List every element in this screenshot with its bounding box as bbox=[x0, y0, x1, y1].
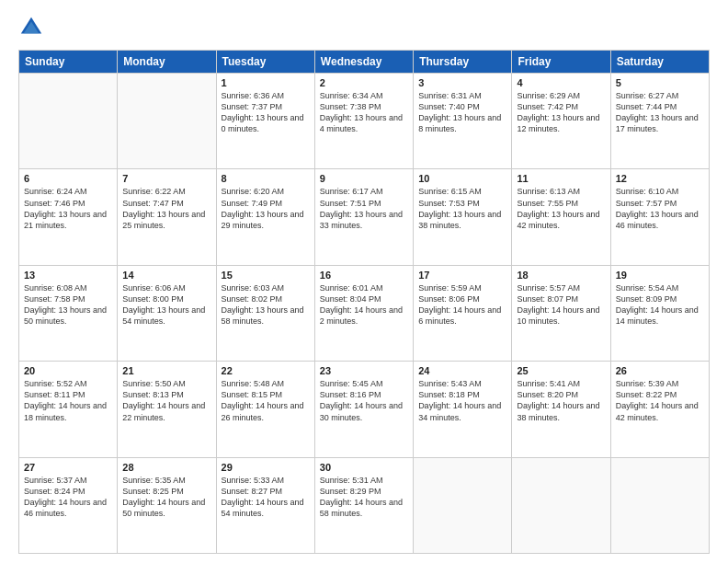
day-info: Sunrise: 5:33 AM Sunset: 8:27 PM Dayligh… bbox=[222, 475, 310, 520]
day-info: Sunrise: 6:24 AM Sunset: 7:46 PM Dayligh… bbox=[24, 186, 112, 231]
day-info: Sunrise: 6:36 AM Sunset: 7:37 PM Dayligh… bbox=[222, 90, 310, 135]
calendar-cell: 4Sunrise: 6:29 AM Sunset: 7:42 PM Daylig… bbox=[512, 74, 610, 169]
page: SundayMondayTuesdayWednesdayThursdayFrid… bbox=[0, 0, 728, 563]
day-info: Sunrise: 5:48 AM Sunset: 8:15 PM Dayligh… bbox=[222, 378, 310, 423]
calendar-cell: 17Sunrise: 5:59 AM Sunset: 8:06 PM Dayli… bbox=[414, 265, 512, 361]
calendar-cell: 22Sunrise: 5:48 AM Sunset: 8:15 PM Dayli… bbox=[216, 362, 314, 457]
calendar-cell: 25Sunrise: 5:41 AM Sunset: 8:20 PM Dayli… bbox=[512, 362, 610, 457]
day-number: 25 bbox=[517, 365, 605, 376]
calendar-cell bbox=[610, 457, 709, 553]
calendar-cell: 8Sunrise: 6:20 AM Sunset: 7:49 PM Daylig… bbox=[216, 169, 314, 265]
weekday-header-monday: Monday bbox=[118, 51, 216, 74]
calendar-cell: 15Sunrise: 6:03 AM Sunset: 8:02 PM Dayli… bbox=[216, 265, 314, 361]
weekday-header-saturday: Saturday bbox=[610, 51, 709, 74]
calendar-cell: 16Sunrise: 6:01 AM Sunset: 8:04 PM Dayli… bbox=[314, 265, 413, 361]
day-info: Sunrise: 6:10 AM Sunset: 7:57 PM Dayligh… bbox=[616, 186, 704, 231]
calendar-cell: 18Sunrise: 5:57 AM Sunset: 8:07 PM Dayli… bbox=[512, 265, 610, 361]
day-number: 28 bbox=[122, 462, 210, 473]
day-info: Sunrise: 6:08 AM Sunset: 7:58 PM Dayligh… bbox=[24, 282, 112, 327]
day-number: 21 bbox=[122, 365, 210, 376]
day-info: Sunrise: 6:17 AM Sunset: 7:51 PM Dayligh… bbox=[320, 186, 408, 231]
day-info: Sunrise: 6:29 AM Sunset: 7:42 PM Dayligh… bbox=[517, 90, 605, 135]
calendar-week-1: 1Sunrise: 6:36 AM Sunset: 7:37 PM Daylig… bbox=[19, 74, 710, 169]
calendar-cell: 11Sunrise: 6:13 AM Sunset: 7:55 PM Dayli… bbox=[512, 169, 610, 265]
day-number: 7 bbox=[122, 173, 210, 184]
day-number: 29 bbox=[222, 462, 310, 473]
day-number: 20 bbox=[24, 365, 112, 376]
weekday-header-sunday: Sunday bbox=[19, 51, 118, 74]
day-info: Sunrise: 6:20 AM Sunset: 7:49 PM Dayligh… bbox=[222, 186, 310, 231]
day-number: 27 bbox=[24, 462, 112, 473]
day-info: Sunrise: 5:57 AM Sunset: 8:07 PM Dayligh… bbox=[517, 282, 605, 327]
day-info: Sunrise: 5:41 AM Sunset: 8:20 PM Dayligh… bbox=[517, 378, 605, 423]
calendar-cell: 13Sunrise: 6:08 AM Sunset: 7:58 PM Dayli… bbox=[19, 265, 118, 361]
calendar-cell: 10Sunrise: 6:15 AM Sunset: 7:53 PM Dayli… bbox=[414, 169, 512, 265]
calendar-cell bbox=[19, 74, 118, 169]
day-number: 17 bbox=[418, 270, 506, 281]
calendar-week-2: 6Sunrise: 6:24 AM Sunset: 7:46 PM Daylig… bbox=[19, 169, 710, 265]
day-number: 26 bbox=[616, 365, 704, 376]
weekday-header-wednesday: Wednesday bbox=[314, 51, 413, 74]
day-info: Sunrise: 6:15 AM Sunset: 7:53 PM Dayligh… bbox=[418, 186, 506, 231]
calendar-cell: 7Sunrise: 6:22 AM Sunset: 7:47 PM Daylig… bbox=[118, 169, 216, 265]
day-info: Sunrise: 5:35 AM Sunset: 8:25 PM Dayligh… bbox=[122, 475, 210, 520]
calendar-cell: 3Sunrise: 6:31 AM Sunset: 7:40 PM Daylig… bbox=[414, 74, 512, 169]
calendar-cell: 2Sunrise: 6:34 AM Sunset: 7:38 PM Daylig… bbox=[314, 74, 413, 169]
day-number: 6 bbox=[24, 173, 112, 184]
calendar-cell: 28Sunrise: 5:35 AM Sunset: 8:25 PM Dayli… bbox=[118, 457, 216, 553]
day-info: Sunrise: 6:01 AM Sunset: 8:04 PM Dayligh… bbox=[320, 282, 408, 327]
calendar-week-4: 20Sunrise: 5:52 AM Sunset: 8:11 PM Dayli… bbox=[19, 362, 710, 457]
calendar-week-3: 13Sunrise: 6:08 AM Sunset: 7:58 PM Dayli… bbox=[19, 265, 710, 361]
calendar-cell: 12Sunrise: 6:10 AM Sunset: 7:57 PM Dayli… bbox=[610, 169, 709, 265]
day-info: Sunrise: 5:43 AM Sunset: 8:18 PM Dayligh… bbox=[418, 378, 506, 423]
day-info: Sunrise: 6:06 AM Sunset: 8:00 PM Dayligh… bbox=[122, 282, 210, 327]
day-number: 8 bbox=[222, 173, 310, 184]
calendar-cell: 26Sunrise: 5:39 AM Sunset: 8:22 PM Dayli… bbox=[610, 362, 709, 457]
calendar-cell bbox=[414, 457, 512, 553]
day-number: 24 bbox=[418, 365, 506, 376]
day-number: 18 bbox=[517, 270, 605, 281]
day-number: 23 bbox=[320, 365, 408, 376]
calendar-cell: 24Sunrise: 5:43 AM Sunset: 8:18 PM Dayli… bbox=[414, 362, 512, 457]
calendar-cell: 20Sunrise: 5:52 AM Sunset: 8:11 PM Dayli… bbox=[19, 362, 118, 457]
calendar-cell bbox=[118, 74, 216, 169]
calendar-cell: 14Sunrise: 6:06 AM Sunset: 8:00 PM Dayli… bbox=[118, 265, 216, 361]
day-number: 13 bbox=[24, 270, 112, 281]
calendar-cell: 27Sunrise: 5:37 AM Sunset: 8:24 PM Dayli… bbox=[19, 457, 118, 553]
day-info: Sunrise: 6:13 AM Sunset: 7:55 PM Dayligh… bbox=[517, 186, 605, 231]
calendar: SundayMondayTuesdayWednesdayThursdayFrid… bbox=[18, 50, 710, 554]
day-number: 4 bbox=[517, 77, 605, 88]
day-number: 14 bbox=[122, 270, 210, 281]
day-number: 1 bbox=[222, 77, 310, 88]
day-number: 12 bbox=[616, 173, 704, 184]
day-number: 11 bbox=[517, 173, 605, 184]
day-info: Sunrise: 5:39 AM Sunset: 8:22 PM Dayligh… bbox=[616, 378, 704, 423]
day-info: Sunrise: 6:27 AM Sunset: 7:44 PM Dayligh… bbox=[616, 90, 704, 135]
calendar-cell bbox=[512, 457, 610, 553]
calendar-cell: 9Sunrise: 6:17 AM Sunset: 7:51 PM Daylig… bbox=[314, 169, 413, 265]
day-info: Sunrise: 5:52 AM Sunset: 8:11 PM Dayligh… bbox=[24, 378, 112, 423]
day-number: 16 bbox=[320, 270, 408, 281]
day-info: Sunrise: 6:03 AM Sunset: 8:02 PM Dayligh… bbox=[222, 282, 310, 327]
day-number: 2 bbox=[320, 77, 408, 88]
weekday-header-tuesday: Tuesday bbox=[216, 51, 314, 74]
day-number: 5 bbox=[616, 77, 704, 88]
day-number: 22 bbox=[222, 365, 310, 376]
weekday-header-friday: Friday bbox=[512, 51, 610, 74]
logo bbox=[18, 15, 48, 40]
logo-icon bbox=[18, 15, 44, 40]
calendar-cell: 6Sunrise: 6:24 AM Sunset: 7:46 PM Daylig… bbox=[19, 169, 118, 265]
day-info: Sunrise: 6:22 AM Sunset: 7:47 PM Dayligh… bbox=[122, 186, 210, 231]
calendar-cell: 1Sunrise: 6:36 AM Sunset: 7:37 PM Daylig… bbox=[216, 74, 314, 169]
day-number: 19 bbox=[616, 270, 704, 281]
calendar-cell: 19Sunrise: 5:54 AM Sunset: 8:09 PM Dayli… bbox=[610, 265, 709, 361]
day-info: Sunrise: 5:54 AM Sunset: 8:09 PM Dayligh… bbox=[616, 282, 704, 327]
day-number: 3 bbox=[418, 77, 506, 88]
day-info: Sunrise: 6:31 AM Sunset: 7:40 PM Dayligh… bbox=[418, 90, 506, 135]
calendar-cell: 29Sunrise: 5:33 AM Sunset: 8:27 PM Dayli… bbox=[216, 457, 314, 553]
day-number: 30 bbox=[320, 462, 408, 473]
day-number: 9 bbox=[320, 173, 408, 184]
day-number: 15 bbox=[222, 270, 310, 281]
day-info: Sunrise: 5:59 AM Sunset: 8:06 PM Dayligh… bbox=[418, 282, 506, 327]
day-info: Sunrise: 6:34 AM Sunset: 7:38 PM Dayligh… bbox=[320, 90, 408, 135]
